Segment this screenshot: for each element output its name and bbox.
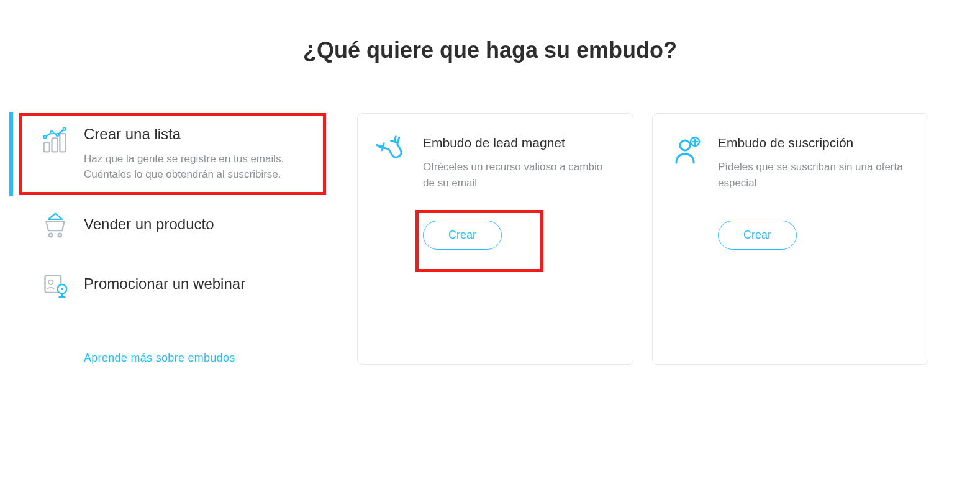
- svg-point-12: [44, 287, 46, 289]
- sidebar-item-sell-product[interactable]: Vender un producto: [9, 195, 326, 255]
- shopping-cart-icon: [40, 210, 70, 240]
- svg-rect-2: [60, 134, 65, 152]
- card-subscription: Embudo de suscripción Pídeles que se sus…: [652, 113, 928, 365]
- active-indicator: [9, 112, 13, 196]
- card-lead-magnet: Embudo de lead magnet Ofréceles un recur…: [357, 113, 633, 365]
- sidebar: Crear una lista Haz que la gente se regi…: [9, 113, 326, 365]
- svg-point-18: [680, 140, 690, 150]
- webinar-icon: [40, 270, 70, 299]
- sidebar-item-description: Haz que la gente se registre en tus emai…: [84, 151, 307, 183]
- create-button[interactable]: Crear: [718, 221, 797, 250]
- person-plus-icon: [671, 135, 702, 166]
- cards-container: Embudo de lead magnet Ofréceles un recur…: [357, 113, 971, 365]
- svg-point-13: [48, 280, 53, 284]
- svg-point-4: [50, 131, 53, 134]
- card-title: Embudo de lead magnet: [423, 135, 614, 150]
- sidebar-item-title: Crear una lista: [84, 125, 307, 143]
- sidebar-item-promote-webinar[interactable]: Promocionar un webinar: [9, 255, 326, 314]
- svg-point-7: [49, 234, 53, 237]
- svg-point-5: [56, 134, 59, 137]
- magnet-icon: [376, 135, 407, 166]
- chart-growth-icon: [40, 125, 70, 155]
- svg-rect-1: [52, 138, 58, 152]
- sidebar-item-title: Promocionar un webinar: [84, 275, 307, 293]
- sidebar-item-title: Vender un producto: [84, 216, 307, 234]
- svg-point-15: [61, 288, 63, 290]
- learn-more-link[interactable]: Aprende más sobre embudos: [84, 352, 235, 364]
- card-description: Pídeles que se suscriban sin una oferta …: [718, 159, 909, 191]
- svg-point-11: [44, 283, 46, 284]
- card-title: Embudo de suscripción: [718, 135, 909, 150]
- svg-point-8: [58, 234, 61, 237]
- page-title: ¿Qué quiere que haga su embudo?: [0, 37, 980, 63]
- sidebar-item-create-list[interactable]: Crear una lista Haz que la gente se regi…: [9, 113, 326, 195]
- svg-point-6: [63, 127, 66, 130]
- svg-point-10: [44, 278, 46, 280]
- svg-point-3: [43, 135, 47, 139]
- svg-rect-0: [44, 143, 50, 152]
- card-description: Ofréceles un recurso valioso a cambio de…: [423, 159, 614, 191]
- create-button[interactable]: Crear: [423, 221, 502, 250]
